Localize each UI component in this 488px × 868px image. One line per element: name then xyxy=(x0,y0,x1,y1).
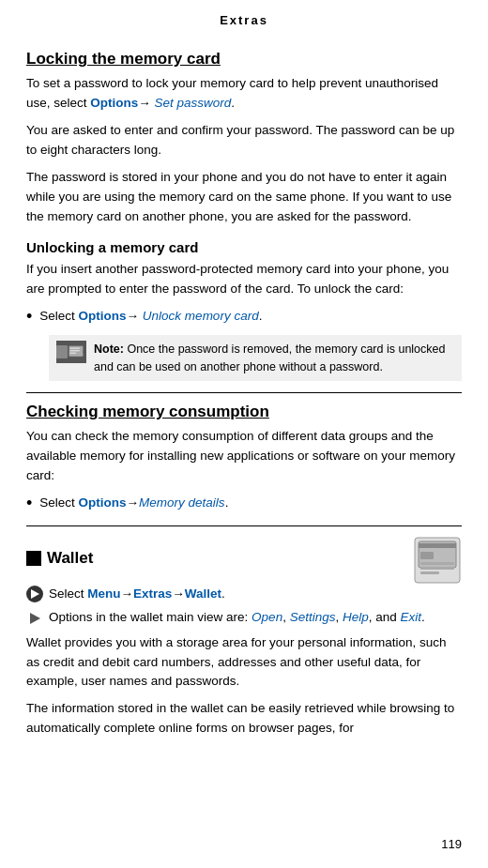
note-icon xyxy=(56,341,86,363)
locking-options-link: Options xyxy=(90,96,138,110)
unlocking-bullet-item: • Select Options→ Unlock memory card. xyxy=(26,307,462,327)
wallet-para2: The information stored in the wallet can… xyxy=(26,699,462,739)
checking-bullet-text: Select Options→Memory details. xyxy=(39,494,228,513)
svg-marker-4 xyxy=(83,351,85,354)
wallet-title-row: Wallet xyxy=(26,549,404,568)
svg-rect-9 xyxy=(420,562,454,565)
svg-rect-2 xyxy=(69,350,79,351)
note-label: Note: xyxy=(94,343,124,356)
locking-para3: The password is stored in your phone and… xyxy=(26,168,462,227)
header-title: Extras xyxy=(220,13,268,27)
unlocking-title: Unlocking a memory card xyxy=(26,239,462,255)
unlocking-bullet-list: • Select Options→ Unlock memory card. xyxy=(26,307,462,327)
locking-para1-after: . xyxy=(231,96,235,110)
wallet-section-icon xyxy=(26,551,41,566)
locking-para1: To set a password to lock your memory ca… xyxy=(26,74,462,114)
locking-para2: You are asked to enter and confirm your … xyxy=(26,121,462,160)
unlocking-para1: If you insert another password-protected… xyxy=(26,260,462,299)
bullet-dot-2: • xyxy=(26,494,32,514)
wallet-options-text: Options in the wallet main view are: Ope… xyxy=(49,608,425,628)
unlocking-bullet-text: Select Options→ Unlock memory card. xyxy=(39,307,262,327)
svg-rect-1 xyxy=(69,347,79,348)
svg-rect-10 xyxy=(420,567,454,570)
svg-rect-11 xyxy=(420,571,439,574)
wallet-nav-icon xyxy=(26,586,43,602)
wallet-para1: Wallet provides you with a storage area … xyxy=(26,633,462,693)
wallet-image xyxy=(413,536,462,585)
wallet-menu-nav-text: Select Menu→Extras→Wallet. xyxy=(49,585,225,604)
svg-rect-3 xyxy=(69,353,75,354)
wallet-title: Wallet xyxy=(47,549,93,568)
page-number: 119 xyxy=(441,837,462,851)
wallet-menu-nav-row: Select Menu→Extras→Wallet. xyxy=(26,585,462,604)
checking-divider xyxy=(26,392,462,393)
locking-arrow1: → xyxy=(138,96,151,110)
bullet-dot: • xyxy=(26,307,32,327)
page-header: Extras xyxy=(0,0,488,33)
checking-title: Checking memory consumption xyxy=(26,403,462,421)
svg-rect-8 xyxy=(420,552,434,559)
checking-para1: You can check the memory consumption of … xyxy=(26,427,462,486)
note-body: Once the password is removed, the memory… xyxy=(94,343,445,373)
unlocking-note-box: Note: Once the password is removed, the … xyxy=(49,335,462,382)
locking-title: Locking the memory card xyxy=(26,50,462,69)
wallet-divider xyxy=(26,525,462,526)
checking-bullet-item: • Select Options→Memory details. xyxy=(26,494,462,514)
svg-rect-7 xyxy=(419,543,456,548)
wallet-options-row: Options in the wallet main view are: Ope… xyxy=(26,608,462,628)
triangle-right-icon xyxy=(30,613,40,624)
wallet-options-icon xyxy=(26,610,43,627)
nav-triangle xyxy=(31,589,39,599)
note-text: Note: Once the password is removed, the … xyxy=(94,341,454,376)
checking-bullet-list: • Select Options→Memory details. xyxy=(26,494,462,514)
main-content: Locking the memory card To set a passwor… xyxy=(0,33,488,765)
locking-set-password-link: Set password xyxy=(155,96,232,110)
